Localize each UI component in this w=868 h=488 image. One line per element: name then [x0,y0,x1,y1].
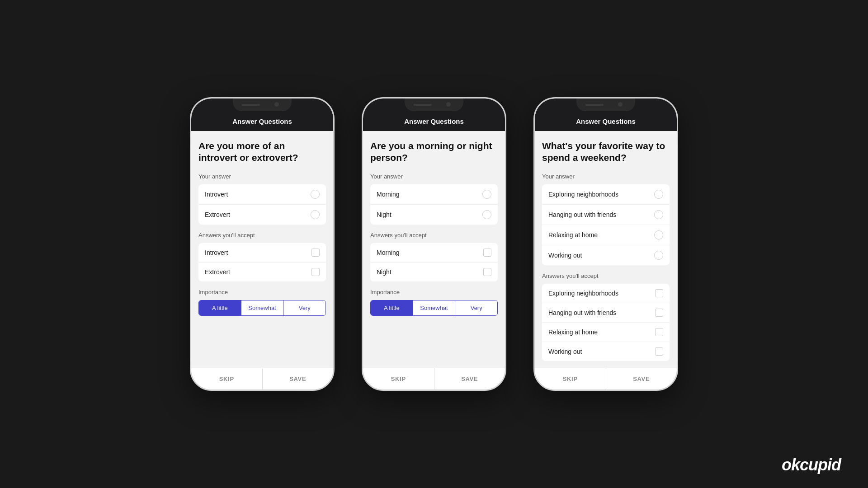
phone-2-content: Are you a morning or night person? Your … [363,131,505,389]
phone-1-notch [233,99,292,111]
option-label: Exploring neighborhoods [548,191,618,198]
checkbox-night[interactable] [483,268,491,276]
phone-3-header: Answer Questions [535,113,677,131]
phone-1-importance-label: Importance [198,289,326,296]
phone-1-importance-buttons: A little Somewhat Very [198,300,326,316]
checkbox-introvert[interactable] [311,249,320,257]
list-item[interactable]: Exploring neighborhoods [542,284,670,303]
phone-1-content: Are you more of an introvert or extrover… [191,131,333,389]
phone-3-bottom-bar: SKIP SAVE [535,368,677,389]
checkbox-hanging[interactable] [655,309,663,317]
option-label: Night [377,268,392,276]
phone-1-screen: Answer Questions Are you more of an intr… [191,99,333,389]
checkbox-extrovert[interactable] [311,268,320,276]
phone-1-accept-label: Answers you'll accept [198,232,326,239]
option-label: Extrovert [205,211,230,218]
phone-2-importance-buttons: A little Somewhat Very [370,300,498,316]
list-item[interactable]: Hanging out with friends [542,303,670,323]
phone-1: Answer Questions Are you more of an intr… [190,97,335,391]
phone-2-accept-card: Morning Night [370,243,498,282]
phone-3-notch [576,99,635,111]
list-item[interactable]: Night [370,263,498,282]
radio-relaxing[interactable] [654,230,663,239]
phone-2-question: Are you a morning or night person? [370,140,498,164]
phone-1-accept-card: Introvert Extrovert [198,243,326,282]
radio-night[interactable] [482,210,491,219]
list-item[interactable]: Extrovert [198,205,326,225]
radio-introvert[interactable] [311,190,320,199]
option-label: Morning [377,191,400,198]
option-label: Night [377,211,392,218]
option-label: Working out [548,252,582,259]
importance-very[interactable]: Very [455,300,497,315]
phone-3-screen: Answer Questions What's your favorite wa… [535,99,677,389]
phone-3-scroll: What's your favorite way to spend a week… [535,131,677,368]
list-item[interactable]: Hanging out with friends [542,205,670,225]
list-item[interactable]: Morning [370,243,498,263]
option-label: Hanging out with friends [548,211,616,218]
importance-somewhat[interactable]: Somewhat [413,300,456,315]
list-item[interactable]: Introvert [198,243,326,263]
importance-a-little[interactable]: A little [371,300,413,315]
radio-extrovert[interactable] [311,210,320,219]
phone-3-your-answer-label: Your answer [542,173,670,180]
phone-2: Answer Questions Are you a morning or ni… [362,97,506,391]
phone-1-save-button[interactable]: SAVE [262,368,334,389]
logo-text: okcupid [782,455,841,474]
okcupid-logo: okcupid [782,455,841,474]
phone-3-content: What's your favorite way to spend a week… [535,131,677,389]
phone-3: Answer Questions What's your favorite wa… [533,97,678,391]
option-label: Exploring neighborhoods [548,290,618,297]
phone-1-scroll: Are you more of an introvert or extrover… [191,131,333,368]
phone-1-question: Are you more of an introvert or extrover… [198,140,326,164]
phone-2-importance-label: Importance [370,289,498,296]
phone-2-bottom-bar: SKIP SAVE [363,368,505,389]
list-item[interactable]: Relaxing at home [542,225,670,245]
radio-hanging[interactable] [654,210,663,219]
option-label: Introvert [205,191,228,198]
importance-somewhat[interactable]: Somewhat [241,300,284,315]
phone-1-skip-button[interactable]: SKIP [191,368,262,389]
list-item[interactable]: Night [370,205,498,225]
phone-3-your-answer-card: Exploring neighborhoods Hanging out with… [542,184,670,265]
phone-1-your-answer-label: Your answer [198,173,326,180]
phone-3-accept-card: Exploring neighborhoods Hanging out with… [542,284,670,361]
option-label: Morning [377,249,400,256]
phone-1-bottom-bar: SKIP SAVE [191,368,333,389]
phone-2-header: Answer Questions [363,113,505,131]
list-item[interactable]: Morning [370,184,498,205]
list-item[interactable]: Working out [542,342,670,361]
checkbox-morning[interactable] [483,249,491,257]
radio-exploring[interactable] [654,190,663,199]
list-item[interactable]: Working out [542,245,670,265]
phone-2-skip-button[interactable]: SKIP [363,368,434,389]
importance-a-little[interactable]: A little [199,300,241,315]
phones-container: Answer Questions Are you more of an intr… [190,97,678,391]
phone-3-save-button[interactable]: SAVE [606,368,677,389]
phone-2-header-title: Answer Questions [404,117,464,125]
phone-2-screen: Answer Questions Are you a morning or ni… [363,99,505,389]
list-item[interactable]: Relaxing at home [542,323,670,342]
checkbox-exploring[interactable] [655,289,663,297]
checkbox-relaxing[interactable] [655,328,663,336]
option-label: Extrovert [205,268,230,276]
option-label: Hanging out with friends [548,309,616,316]
phone-1-your-answer-card: Introvert Extrovert [198,184,326,225]
phone-3-header-title: Answer Questions [576,117,636,125]
phone-2-save-button[interactable]: SAVE [434,368,505,389]
option-label: Relaxing at home [548,328,598,336]
phone-1-header: Answer Questions [191,113,333,131]
list-item[interactable]: Exploring neighborhoods [542,184,670,205]
option-label: Introvert [205,249,228,256]
checkbox-working-out[interactable] [655,347,663,356]
radio-working-out[interactable] [654,251,663,260]
phone-3-skip-button[interactable]: SKIP [535,368,606,389]
importance-very[interactable]: Very [283,300,326,315]
radio-morning[interactable] [482,190,491,199]
list-item[interactable]: Introvert [198,184,326,205]
list-item[interactable]: Extrovert [198,263,326,282]
phone-2-accept-label: Answers you'll accept [370,232,498,239]
phone-2-notch [405,99,463,111]
phone-2-your-answer-card: Morning Night [370,184,498,225]
phone-2-your-answer-label: Your answer [370,173,498,180]
